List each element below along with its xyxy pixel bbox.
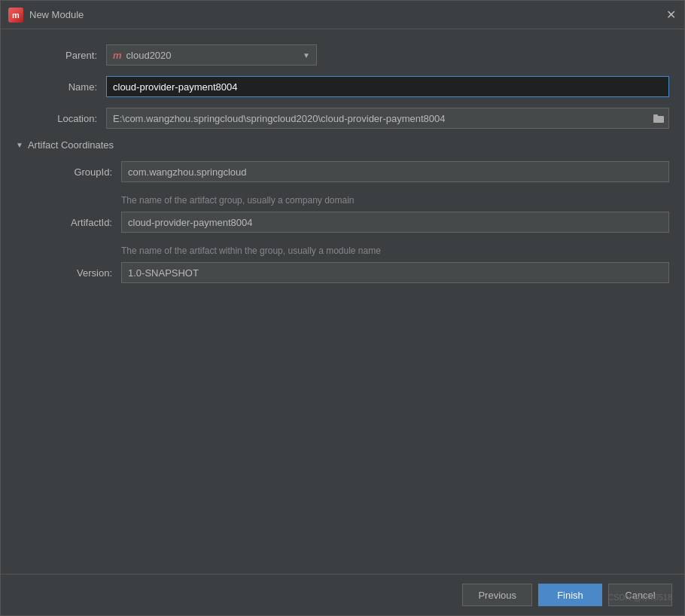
- svg-rect-1: [653, 114, 658, 117]
- version-label: Version:: [31, 267, 121, 279]
- version-control: [121, 262, 669, 283]
- artifactid-input[interactable]: [121, 212, 669, 233]
- dialog-title: New Module: [29, 9, 84, 20]
- groupid-control: [121, 161, 669, 182]
- folder-icon: [653, 114, 664, 123]
- dialog-content: Parent: m cloud2020 ▼ Name: Location:: [1, 29, 684, 574]
- artifact-section-header: ▼ Artifact Coordinates: [16, 139, 669, 151]
- dropdown-content: m cloud2020: [113, 50, 172, 61]
- location-row: Location:: [16, 108, 669, 129]
- groupid-input[interactable]: [121, 161, 669, 182]
- parent-label: Parent:: [16, 50, 106, 61]
- groupid-hint: The name of the artifact group, usually …: [31, 193, 669, 212]
- location-input[interactable]: [106, 108, 648, 129]
- maven-icon: m: [113, 50, 122, 61]
- name-input[interactable]: [106, 76, 669, 97]
- artifactid-label: ArtifactId:: [31, 217, 121, 228]
- artifactid-hint: The name of the artifact within the grou…: [31, 243, 669, 262]
- parent-control: m cloud2020 ▼: [106, 44, 669, 66]
- section-toggle-icon[interactable]: ▼: [16, 141, 23, 149]
- previous-button[interactable]: Previous: [462, 584, 532, 606]
- bottom-bar: Previous Finish Cancel: [1, 574, 684, 615]
- title-bar-left: m New Module: [8, 8, 84, 23]
- new-module-dialog: m New Module ✕ Parent: m cloud2020 ▼ Nam…: [0, 0, 685, 616]
- parent-dropdown[interactable]: m cloud2020 ▼: [106, 44, 317, 66]
- groupid-row: GroupId:: [31, 161, 669, 182]
- svg-rect-0: [653, 116, 664, 123]
- app-icon: m: [8, 8, 23, 23]
- artifactid-row: ArtifactId:: [31, 212, 669, 233]
- parent-row: Parent: m cloud2020 ▼: [16, 44, 669, 66]
- title-bar: m New Module ✕: [1, 1, 684, 29]
- chevron-down-icon: ▼: [303, 51, 310, 59]
- name-row: Name:: [16, 76, 669, 97]
- version-input[interactable]: [121, 262, 669, 283]
- groupid-label: GroupId:: [31, 166, 121, 178]
- app-icon-letter: m: [12, 11, 20, 20]
- artifactid-control: [121, 212, 669, 233]
- location-label: Location:: [16, 113, 106, 124]
- browse-folder-button[interactable]: [648, 108, 669, 129]
- name-control: [106, 76, 669, 97]
- parent-value: cloud2020: [126, 50, 172, 61]
- version-row: Version:: [31, 262, 669, 283]
- location-wrapper: [106, 108, 669, 129]
- location-control: [106, 108, 669, 129]
- artifact-section-content: GroupId: The name of the artifact group,…: [16, 161, 669, 283]
- cancel-button[interactable]: Cancel: [608, 584, 672, 606]
- section-title: Artifact Coordinates: [28, 139, 114, 151]
- name-label: Name:: [16, 81, 106, 93]
- finish-button[interactable]: Finish: [538, 584, 602, 606]
- close-button[interactable]: ✕: [665, 9, 677, 21]
